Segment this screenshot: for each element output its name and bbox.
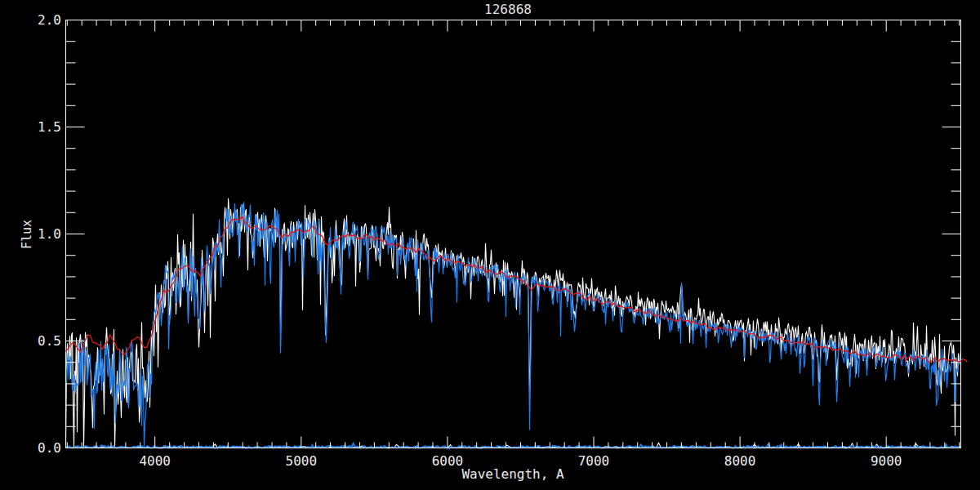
- x-tick-label: 4000: [139, 453, 171, 469]
- axes-box-and-ticks: [66, 20, 961, 448]
- y-tick-label: 1.0: [38, 226, 61, 242]
- series-observed-spectrum-blue: [66, 202, 961, 447]
- y-axis-label: Flux: [20, 220, 34, 249]
- x-axis-label: Wavelength, A: [461, 466, 564, 482]
- x-tick-label: 6000: [432, 453, 464, 469]
- spectrum-plot-window: 4000500060007000800090000.00.51.01.52.0 …: [0, 0, 980, 490]
- x-tick-label: 5000: [286, 453, 318, 469]
- x-tick-label: 9000: [871, 453, 902, 469]
- spectrum-chart-canvas: 4000500060007000800090000.00.51.01.52.0: [0, 0, 980, 490]
- y-tick-label: 1.5: [38, 119, 61, 135]
- y-tick-label: 0.5: [38, 333, 61, 349]
- chart-title: 126868: [484, 2, 532, 17]
- y-tick-label: 0.0: [38, 440, 61, 456]
- x-tick-label: 7000: [578, 453, 610, 469]
- x-tick-label: 8000: [724, 453, 756, 469]
- y-tick-label: 2.0: [38, 12, 61, 28]
